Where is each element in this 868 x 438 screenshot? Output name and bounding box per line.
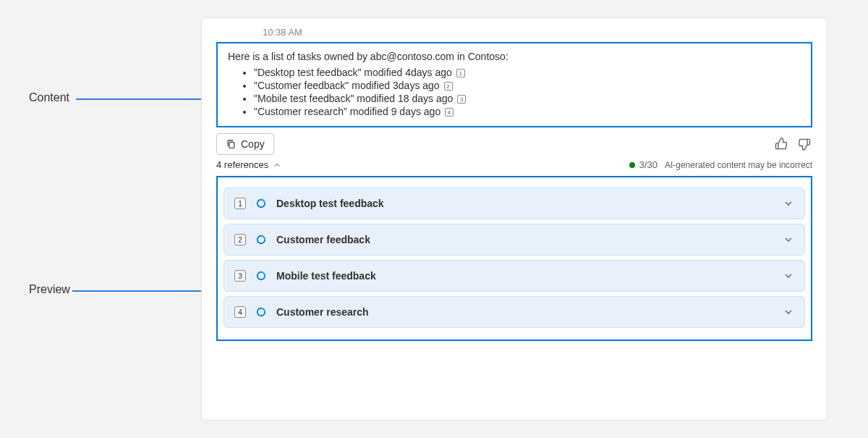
- loop-icon: [255, 233, 268, 246]
- reference-number: 4: [234, 306, 246, 318]
- content-intro: Here is a list of tasks owned by abc@con…: [228, 51, 801, 62]
- citation-badge[interactable]: 3: [457, 95, 466, 104]
- reference-title: Customer feedback: [276, 234, 774, 245]
- timestamp: 10:38 AM: [263, 27, 812, 38]
- thumbs-up-button[interactable]: [773, 136, 789, 152]
- task-item: "Customer feedback" modified 3days ago 2: [254, 80, 801, 91]
- status-dot-icon: [629, 162, 635, 168]
- task-list: "Desktop test feedback" modified 4days a…: [228, 67, 801, 117]
- ai-disclaimer: AI-generated content may be incorrect: [665, 160, 812, 170]
- citation-badge[interactable]: 1: [456, 69, 465, 77]
- reference-number: 3: [234, 270, 246, 282]
- reference-item[interactable]: 1 Desktop test feedback: [224, 188, 805, 219]
- reference-title: Mobile test feedback: [276, 270, 774, 282]
- reference-item[interactable]: 2 Customer feedback: [224, 224, 805, 256]
- thumbs-down-button[interactable]: [796, 136, 812, 152]
- reference-number: 1: [234, 198, 246, 209]
- annotation-preview-label: Preview: [29, 283, 70, 296]
- citation-badge[interactable]: 4: [445, 108, 454, 117]
- chevron-down-icon: [783, 306, 794, 318]
- task-text: "Mobile test feedback" modified 18 days …: [254, 93, 453, 104]
- task-text: "Customer research" modified 9 days ago: [254, 106, 441, 117]
- reference-number: 2: [234, 234, 246, 245]
- annotation-preview-line: [72, 290, 203, 292]
- annotation-content-label: Content: [29, 91, 69, 104]
- task-text: "Customer feedback" modified 3days ago: [254, 80, 440, 91]
- loop-icon: [255, 306, 268, 319]
- references-toggle[interactable]: 4 references: [216, 159, 281, 170]
- chevron-down-icon: [783, 198, 794, 209]
- content-region: Here is a list of tasks owned by abc@con…: [216, 42, 812, 127]
- usage-count: 3/30: [639, 159, 658, 170]
- task-item: "Mobile test feedback" modified 18 days …: [254, 93, 801, 104]
- meta-row: 4 references 3/30 AI-generated content m…: [216, 159, 812, 170]
- citation-badge[interactable]: 2: [444, 82, 453, 90]
- annotation-content-line: [76, 98, 203, 100]
- copy-icon: [226, 139, 237, 150]
- copy-button[interactable]: Copy: [216, 133, 274, 155]
- task-text: "Desktop test feedback" modified 4days a…: [254, 67, 452, 78]
- task-item: "Desktop test feedback" modified 4days a…: [254, 67, 801, 78]
- task-item: "Customer research" modified 9 days ago …: [254, 106, 801, 117]
- chevron-down-icon: [783, 270, 794, 282]
- reference-title: Desktop test feedback: [276, 198, 774, 209]
- loop-icon: [255, 269, 268, 282]
- reference-item[interactable]: 4 Customer research: [224, 296, 805, 328]
- chevron-up-icon: [273, 161, 281, 169]
- loop-icon: [255, 197, 268, 210]
- chevron-down-icon: [783, 234, 794, 245]
- preview-region: 1 Desktop test feedback 2 Customer feedb…: [216, 176, 812, 341]
- copy-label: Copy: [241, 138, 265, 150]
- reference-item[interactable]: 3 Mobile test feedback: [224, 260, 805, 292]
- reference-title: Customer research: [276, 306, 774, 318]
- action-row: Copy: [216, 133, 812, 155]
- message-card: 10:38 AM Here is a list of tasks owned b…: [201, 17, 827, 421]
- references-label: 4 references: [216, 159, 268, 170]
- svg-rect-0: [229, 142, 234, 148]
